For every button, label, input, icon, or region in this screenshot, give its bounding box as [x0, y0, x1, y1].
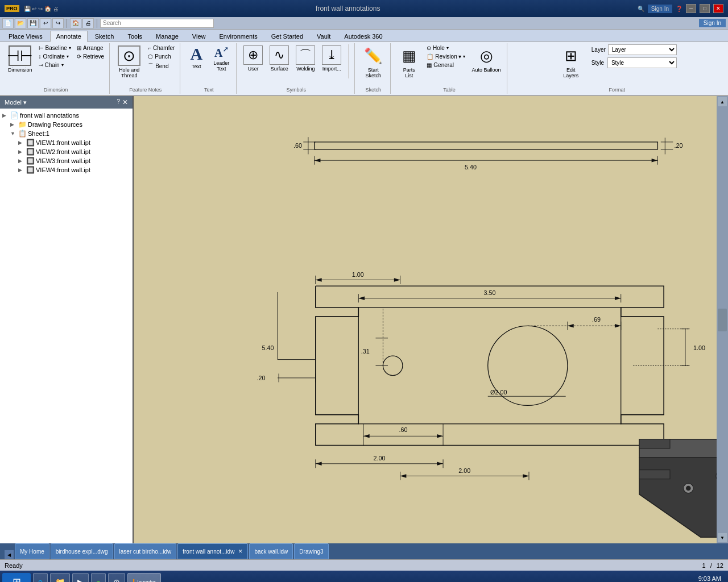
auto-balloon-button[interactable]: ◎ Auto Balloon — [469, 44, 503, 74]
chain-button[interactable]: ⊸ Chain ▾ — [37, 61, 73, 69]
tab-autodesk360[interactable]: Autodesk 360 — [338, 31, 388, 41]
open-button[interactable]: 📂 — [15, 18, 26, 28]
tab-sketch[interactable]: Sketch — [89, 31, 121, 41]
start-sketch-button[interactable]: ✏️ StartSketch — [359, 44, 387, 80]
minimize-button[interactable]: ─ — [686, 4, 696, 13]
tab-environments[interactable]: Environments — [213, 31, 264, 41]
tree-item-sheet1[interactable]: ▼ 📋 Sheet:1 — [10, 129, 130, 138]
canvas-area[interactable]: .20 .60 5.40 — [134, 96, 728, 543]
front-dim-031: .31 — [361, 348, 370, 355]
tab-manage[interactable]: Manage — [150, 31, 185, 41]
tab-laser-cut[interactable]: laser cut birdho...idw — [114, 543, 177, 559]
scroll-up-button[interactable]: ▲ — [718, 97, 727, 106]
tree-item-view1[interactable]: ▶ 🔲 VIEW1:front wall.ipt — [18, 138, 130, 147]
baseline-button[interactable]: ⊢ Baseline ▾ — [37, 44, 73, 52]
front-wall-tab-close[interactable]: ✕ — [238, 548, 243, 554]
text-group-label: Text — [204, 86, 214, 93]
tab-tools[interactable]: Tools — [121, 31, 148, 41]
new-button[interactable]: 📄 — [2, 18, 14, 28]
front-dim-circle-d: Ø2.00 — [490, 389, 507, 396]
arrange-button[interactable]: ⊞ Arrange — [75, 44, 106, 52]
tab-place-views[interactable]: Place Views — [2, 31, 49, 41]
start-button[interactable]: ⊞ — [2, 573, 31, 582]
view4-icon: 🔲 — [26, 166, 35, 174]
ribbon-group-sketch: ✏️ StartSketch Sketch — [356, 43, 391, 94]
sign-in-button[interactable]: Sign In — [648, 5, 672, 13]
panel-controls: ? ✕ — [117, 98, 128, 106]
symbols-group-label: Symbols — [287, 86, 307, 93]
tab-view[interactable]: View — [186, 31, 212, 41]
revision-button[interactable]: 📋 Revision ▾ ▾ — [425, 53, 467, 60]
tree-item-view2[interactable]: ▶ 🔲 VIEW2:front wall.ipt — [18, 147, 130, 156]
tab-birdhouse-expl[interactable]: birdhouse expl...dwg — [51, 543, 113, 559]
expand-view4[interactable]: ▶ — [18, 167, 25, 173]
text-button[interactable]: A Text — [185, 44, 208, 70]
leader-text-button[interactable]: A↗ LeaderText — [210, 44, 233, 73]
expand-view1[interactable]: ▶ — [18, 140, 25, 146]
search-input[interactable] — [100, 19, 214, 28]
layer-select[interactable]: Layer Default — [608, 44, 677, 55]
taskbar-chrome[interactable]: ● — [91, 573, 106, 582]
sign-in-link[interactable]: Sign In — [699, 19, 726, 27]
expand-root[interactable]: ▶ — [2, 113, 9, 118]
redo-button[interactable]: ↪ — [52, 18, 64, 28]
ribbon-group-format: ⊞ EditLayers Layer Layer Default Style S… — [508, 43, 726, 94]
expand-view2[interactable]: ▶ — [18, 149, 25, 155]
chamfer-button[interactable]: ⌐ Chamfer — [146, 44, 176, 52]
scroll-thumb[interactable] — [718, 309, 727, 331]
import-button[interactable]: ⤓ Import... — [320, 44, 344, 73]
surface-button[interactable]: ∿ Surface — [267, 44, 291, 73]
taskbar-app1[interactable]: ⊕ — [108, 573, 125, 582]
style-row: Style Style Default — [592, 57, 677, 68]
maximize-button[interactable]: □ — [700, 4, 710, 13]
expand-view3[interactable]: ▶ — [18, 158, 25, 164]
tabs-scroll-left[interactable]: ◀ — [5, 550, 14, 559]
close-button[interactable]: ✕ — [713, 4, 723, 13]
scroll-down-button[interactable]: ▼ — [718, 533, 727, 542]
front-dim-100-right: 1.00 — [693, 344, 705, 351]
svg-marker-35 — [316, 278, 322, 281]
dimension-button[interactable]: ⊣⊢ Dimension — [6, 44, 35, 74]
taskbar-explorer[interactable]: 📁 — [50, 573, 70, 582]
punch-button[interactable]: ⬡ Punch — [146, 53, 176, 60]
retrieve-button[interactable]: ⟳ Retrieve — [75, 53, 106, 60]
home-button[interactable]: 🏠 — [70, 18, 81, 28]
user-symbol-button[interactable]: ⊕ User — [241, 44, 265, 73]
hole-thread-icon: ⊙ — [118, 45, 140, 66]
undo-button[interactable]: ↩ — [40, 18, 51, 28]
welding-icon: ⌒ — [296, 45, 315, 65]
svg-marker-64 — [639, 470, 670, 479]
tree-item-view4[interactable]: ▶ 🔲 VIEW4:front wall.ipt — [18, 165, 130, 174]
tab-front-wall[interactable]: front wall annot...idw ✕ — [177, 543, 248, 559]
tab-my-home[interactable]: My Home — [15, 543, 49, 559]
panel-close-button[interactable]: ✕ — [122, 98, 128, 106]
ordinate-button[interactable]: ↕ Ordinate ▾ — [37, 53, 73, 60]
quick-access-toolbar: 📄 📂 💾 ↩ ↪ 🏠 🖨 Sign In — [0, 17, 728, 30]
taskbar-media[interactable]: ▶ — [72, 573, 89, 582]
style-select[interactable]: Style Default — [607, 57, 677, 68]
tree-item-root[interactable]: ▶ 📄 front wall annotations — [2, 111, 130, 120]
bend-button[interactable]: ⌒ Bend — [146, 61, 176, 70]
taskbar-inventor[interactable]: I Inventor — [127, 573, 160, 582]
expand-sheet1[interactable]: ▼ — [10, 131, 17, 136]
welding-button[interactable]: ⌒ Welding — [293, 44, 317, 73]
edit-layers-button[interactable]: ⊞ EditLayers — [557, 44, 585, 80]
expand-drawing-resources[interactable]: ▶ — [10, 122, 17, 127]
tree-item-drawing-resources[interactable]: ▶ 📁 Drawing Resources — [10, 120, 130, 129]
tab-annotate[interactable]: Annotate — [50, 31, 88, 42]
parts-list-button[interactable]: ▦ PartsList — [395, 44, 423, 80]
tab-back-wall[interactable]: back wall.idw — [249, 543, 293, 559]
tab-drawing3[interactable]: Drawing3 — [294, 543, 328, 559]
tab-vault[interactable]: Vault — [311, 31, 337, 41]
save-button[interactable]: 💾 — [27, 18, 39, 28]
tab-get-started[interactable]: Get Started — [265, 31, 309, 41]
print-button[interactable]: 🖨 — [82, 18, 94, 28]
surface-label: Surface — [271, 66, 288, 72]
general-button[interactable]: ▦ General — [425, 61, 467, 69]
taskbar-ie[interactable]: e — [33, 573, 48, 582]
hole-thread-button[interactable]: ⊙ Hole andThread — [114, 44, 144, 80]
panel-help-button[interactable]: ? — [117, 98, 120, 106]
search-box-title[interactable]: 🔍 — [638, 6, 644, 12]
hole-table-button[interactable]: ⊙ Hole ▾ — [425, 44, 467, 52]
tree-item-view3[interactable]: ▶ 🔲 VIEW3:front wall.ipt — [18, 156, 130, 165]
